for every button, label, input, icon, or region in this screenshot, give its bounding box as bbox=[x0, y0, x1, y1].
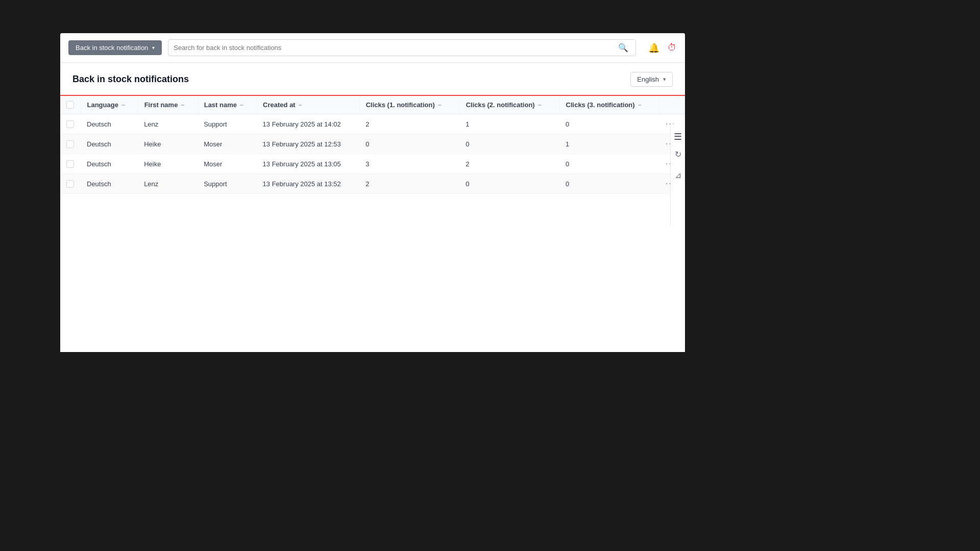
col-clicks3: Clicks (3. notification) ··· bbox=[559, 96, 659, 114]
cell-language: Deutsch bbox=[81, 154, 138, 174]
sort-icon: ··· bbox=[638, 102, 641, 108]
col-clicks1: Clicks (1. notification) ··· bbox=[359, 96, 459, 114]
cell-clicks1: 0 bbox=[359, 134, 459, 154]
select-all-checkbox[interactable] bbox=[66, 101, 74, 109]
cell-first-name: Lenz bbox=[138, 174, 198, 194]
cell-clicks3: 0 bbox=[559, 174, 659, 194]
search-input[interactable] bbox=[174, 44, 616, 52]
search-button[interactable]: 🔍 bbox=[616, 43, 630, 53]
cell-last-name: Moser bbox=[198, 154, 256, 174]
actions-header bbox=[659, 96, 685, 114]
sort-icon: ··· bbox=[121, 102, 125, 108]
row-checkbox-cell bbox=[60, 174, 81, 194]
cell-language: Deutsch bbox=[81, 134, 138, 154]
header-icons: 🔔 ⏱ bbox=[648, 42, 677, 54]
cell-last-name: Support bbox=[198, 174, 256, 194]
search-container: 🔍 bbox=[168, 39, 636, 56]
table-row: Deutsch Lenz Support 13 February 2025 at… bbox=[60, 114, 685, 134]
cell-clicks2: 0 bbox=[459, 134, 559, 154]
row-checkbox-cell bbox=[60, 154, 81, 174]
cell-language: Deutsch bbox=[81, 174, 138, 194]
row-checkbox[interactable] bbox=[66, 120, 74, 128]
sort-icon: ··· bbox=[438, 102, 441, 108]
col-first-name: First name ··· bbox=[138, 96, 198, 114]
cell-clicks3: 1 bbox=[559, 134, 659, 154]
row-checkbox[interactable] bbox=[66, 140, 74, 148]
table-wrapper: Language ··· First name ··· Last name bbox=[60, 95, 685, 194]
cell-clicks2: 2 bbox=[459, 154, 559, 174]
cell-clicks1: 2 bbox=[359, 174, 459, 194]
row-checkbox[interactable] bbox=[66, 160, 74, 168]
language-label: English bbox=[637, 76, 659, 83]
cell-clicks1: 2 bbox=[359, 114, 459, 134]
filter-button[interactable]: ⊿ bbox=[675, 170, 681, 180]
page-title: Back in stock notifications bbox=[72, 74, 189, 85]
cell-last-name: Support bbox=[198, 114, 256, 134]
sort-icon: ··· bbox=[240, 102, 243, 108]
notifications-table: Language ··· First name ··· Last name bbox=[60, 96, 685, 194]
row-checkbox-cell bbox=[60, 114, 81, 134]
cell-created-at: 13 February 2025 at 12:53 bbox=[257, 134, 360, 154]
col-language: Language ··· bbox=[81, 96, 138, 114]
col-last-name: Last name ··· bbox=[198, 96, 256, 114]
col-created-at: Created at ··· bbox=[257, 96, 360, 114]
cell-created-at: 13 February 2025 at 13:05 bbox=[257, 154, 360, 174]
header: Back in stock notification ▾ 🔍 🔔 ⏱ bbox=[60, 33, 685, 63]
cell-language: Deutsch bbox=[81, 114, 138, 134]
refresh-button[interactable]: ↻ bbox=[675, 149, 681, 159]
language-selector[interactable]: English ▾ bbox=[630, 72, 673, 87]
cell-clicks2: 0 bbox=[459, 174, 559, 194]
clock-icon[interactable]: ⏱ bbox=[668, 42, 677, 53]
select-all-header bbox=[60, 96, 81, 114]
table-controls: ☰ ↻ ⊿ bbox=[670, 124, 685, 226]
notification-type-label: Back in stock notification bbox=[76, 44, 148, 52]
cell-last-name: Moser bbox=[198, 134, 256, 154]
cell-clicks1: 3 bbox=[359, 154, 459, 174]
row-checkbox[interactable] bbox=[66, 180, 74, 188]
cell-created-at: 13 February 2025 at 14:02 bbox=[257, 114, 360, 134]
cell-created-at: 13 February 2025 at 13:52 bbox=[257, 174, 360, 194]
chevron-down-icon: ▾ bbox=[152, 45, 155, 51]
bell-icon[interactable]: 🔔 bbox=[648, 42, 659, 54]
column-visibility-button[interactable]: ☰ bbox=[674, 131, 682, 142]
row-checkbox-cell bbox=[60, 134, 81, 154]
table-row: Deutsch Heike Moser 13 February 2025 at … bbox=[60, 154, 685, 174]
cell-first-name: Heike bbox=[138, 154, 198, 174]
col-clicks2: Clicks (2. notification) ··· bbox=[459, 96, 559, 114]
cell-first-name: Heike bbox=[138, 134, 198, 154]
cell-clicks2: 1 bbox=[459, 114, 559, 134]
notification-type-button[interactable]: Back in stock notification ▾ bbox=[68, 40, 162, 55]
cell-first-name: Lenz bbox=[138, 114, 198, 134]
cell-clicks3: 0 bbox=[559, 154, 659, 174]
sort-icon: ··· bbox=[538, 102, 541, 108]
sort-icon: ··· bbox=[181, 102, 184, 108]
cell-clicks3: 0 bbox=[559, 114, 659, 134]
table-row: Deutsch Lenz Support 13 February 2025 at… bbox=[60, 174, 685, 194]
sort-icon: ··· bbox=[299, 102, 302, 108]
page-title-area: Back in stock notifications English ▾ bbox=[60, 63, 685, 95]
chevron-down-icon: ▾ bbox=[663, 76, 666, 83]
table-row: Deutsch Heike Moser 13 February 2025 at … bbox=[60, 134, 685, 154]
table-header-row: Language ··· First name ··· Last name bbox=[60, 96, 685, 114]
